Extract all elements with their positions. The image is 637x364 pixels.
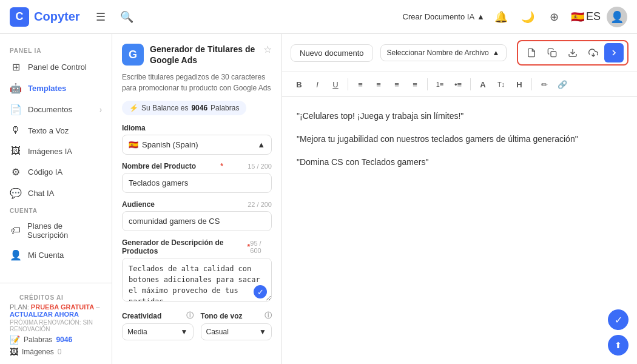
audience-input[interactable] <box>122 211 272 231</box>
audience-label: Audience 22 / 200 <box>122 200 272 209</box>
fmt-link[interactable]: 🔗 <box>554 76 571 93</box>
editor-topbar: Nuevo documento Seleccionar Nombre de Ar… <box>282 34 637 72</box>
language-selector[interactable]: 🇪🇸 ES <box>571 10 601 24</box>
plan-free-label: PRUEBA GRATUITA <box>31 303 94 311</box>
crear-documento-button[interactable]: Crear Documento IA ▲ <box>403 12 485 21</box>
balance-value: 9046 <box>191 104 207 112</box>
mic-icon: 🎙 <box>10 125 22 136</box>
dark-mode-button[interactable]: 🌙 <box>517 7 538 27</box>
credits-images-row: 🖼 Imágenes 0 <box>10 347 102 357</box>
star-icon[interactable]: ☆ <box>263 44 272 55</box>
credits-renewal: PRÓXIMA RENOVACIÓN: SIN RENOVACIÓN <box>10 319 102 332</box>
sidebar-item-imagenes-ia[interactable]: 🖼 Imágenes IA <box>0 141 112 161</box>
generator-title: Generador de Titulares de Google Ads <box>150 44 257 66</box>
desc-char-count: 95 / 600 <box>250 240 272 254</box>
plan-label: PLAN: <box>10 303 29 311</box>
editor-panel: Nuevo documento Seleccionar Nombre de Ar… <box>282 34 637 364</box>
logo-box: C <box>10 7 29 27</box>
fmt-heading[interactable]: H <box>511 76 528 93</box>
tono-field: Tono de voz ⓘ Casual ▼ <box>201 311 272 340</box>
notifications-button[interactable]: 🔔 <box>491 7 511 27</box>
fab-up-button[interactable]: ⬆ <box>608 335 629 356</box>
producto-input[interactable] <box>122 173 272 193</box>
images-icon: 🖼 <box>10 347 18 357</box>
creatividad-value: Media <box>127 328 147 336</box>
fmt-unordered-list[interactable]: •≡ <box>450 76 467 93</box>
fmt-ordered-list[interactable]: 1≡ <box>431 76 448 93</box>
sidebar-credits: CRÉDITOS AI PLAN: PRUEBA GRATUITA – ACTU… <box>0 283 112 359</box>
creatividad-field: Creatividad ⓘ Media ▼ <box>122 311 194 340</box>
chevron-down-icon-tono: ▼ <box>259 328 266 336</box>
toolbar-btn-5[interactable] <box>604 43 624 62</box>
user-avatar[interactable]: 👤 <box>607 7 627 27</box>
sidebar-item-label: Texto a Voz <box>28 126 69 135</box>
toolbar-btn-1[interactable] <box>522 43 541 62</box>
tono-select[interactable]: Casual ▼ <box>201 323 272 340</box>
fmt-divider-2 <box>427 78 428 90</box>
formatting-bar: B I U ≡ ≡ ≡ ≡ 1≡ •≡ A T↕ H ✏ 🔗 <box>282 72 637 97</box>
credits-section-label: CRÉDITOS AI <box>10 291 102 303</box>
sidebar-section-cuenta: CUENTA <box>0 204 112 217</box>
user-icon: 👤 <box>10 249 22 261</box>
chevron-up-icon-archivo: ▲ <box>493 49 500 57</box>
sidebar-item-documentos[interactable]: 📄 Documentos › <box>0 99 112 120</box>
words-value: 9046 <box>56 335 72 344</box>
sidebar-section-panel: PANEL IA <box>0 44 112 56</box>
desc-textarea[interactable]: Teclados de alta calidad con botones adi… <box>122 258 272 302</box>
fmt-align-left[interactable]: ≡ <box>352 76 369 93</box>
sidebar-item-label: Templates <box>28 84 66 93</box>
generator-header: G Generador de Titulares de Google Ads ☆ <box>122 44 272 66</box>
toolbar-btn-2[interactable] <box>542 43 562 62</box>
fmt-underline[interactable]: U <box>327 76 344 93</box>
plan-upgrade-button[interactable]: ACTUALIZAR AHORA <box>10 311 79 318</box>
lang-code: ES <box>586 10 601 23</box>
fmt-align-right[interactable]: ≡ <box>388 76 405 93</box>
bolt-icon: ⚡ <box>129 104 138 112</box>
fmt-align-justify[interactable]: ≡ <box>406 76 423 93</box>
sidebar-item-planes[interactable]: 🏷 Planes de Suscripción <box>0 217 112 244</box>
fmt-text-size[interactable]: T↕ <box>493 76 510 93</box>
credits-words-row: 📝 Palabras 9046 <box>10 335 102 345</box>
balance-unit: Palabras <box>211 104 239 112</box>
sidebar-item-texto-a-voz[interactable]: 🎙 Texto a Voz <box>0 120 112 141</box>
sidebar-item-codigo-ia[interactable]: ⚙ Código IA <box>0 161 112 183</box>
toolbar-btn-3[interactable] <box>563 43 582 62</box>
producto-char-count: 15 / 200 <box>248 163 272 170</box>
editor-line-1: "¡Celulares top! ¡Juega y trabaja sin lí… <box>297 109 622 124</box>
fmt-italic[interactable]: I <box>309 76 326 93</box>
sidebar-item-templates[interactable]: 🤖 Templates <box>0 78 112 99</box>
sidebar-item-mi-cuenta[interactable]: 👤 Mi Cuenta <box>0 244 112 266</box>
search-button[interactable]: 🔍 <box>116 8 137 26</box>
tono-value: Casual <box>206 328 229 336</box>
toolbar-btn-4[interactable] <box>584 43 603 62</box>
select-archivo-button[interactable]: Seleccionar Nombre de Archivo ▲ <box>380 44 507 61</box>
images-label: Imágenes <box>22 348 54 356</box>
words-label: Palabras <box>24 335 52 344</box>
editor-line-3: "Domina CS con Teclados gamers" <box>297 155 622 170</box>
fmt-pen[interactable]: ✏ <box>536 76 553 93</box>
balance-badge: ⚡ Su Balance es 9046 Palabras <box>122 101 246 115</box>
logo-text: Copyter <box>34 10 80 24</box>
fmt-divider-3 <box>470 78 471 90</box>
fmt-divider-4 <box>531 78 532 90</box>
fmt-font-color[interactable]: A <box>474 76 491 93</box>
info-icon: ⓘ <box>186 311 194 321</box>
fmt-align-center[interactable]: ≡ <box>370 76 387 93</box>
fab-check-button[interactable]: ✓ <box>608 309 629 330</box>
sidebar-item-chat-ia[interactable]: 💬 Chat IA <box>0 183 112 204</box>
editor-content[interactable]: "¡Celulares top! ¡Juega y trabaja sin lí… <box>282 97 637 364</box>
topnav-right: Crear Documento IA ▲ 🔔 🌙 ⊕ 🇪🇸 ES 👤 <box>403 7 627 27</box>
sidebar-item-panel-control[interactable]: ⊞ Panel de Control <box>0 56 112 78</box>
idioma-label: Idioma <box>122 124 272 132</box>
menu-button[interactable]: ☰ <box>92 8 109 26</box>
audience-field: Audience 22 / 200 <box>122 200 272 231</box>
producto-label: Nombre del Producto * 15 / 200 <box>122 162 272 170</box>
idioma-select[interactable]: 🇪🇸 Spanish (Spain) ▲ <box>122 135 272 155</box>
document-name-button[interactable]: Nuevo documento <box>291 44 373 62</box>
balance-label: Su Balance es <box>141 104 188 112</box>
generator-logo: G <box>122 44 144 66</box>
creatividad-select[interactable]: Media ▼ <box>122 323 194 340</box>
fullscreen-button[interactable]: ⊕ <box>544 7 565 27</box>
fmt-bold[interactable]: B <box>291 76 308 93</box>
topnav: C Copyter ☰ 🔍 Crear Documento IA ▲ 🔔 🌙 ⊕… <box>0 0 637 34</box>
